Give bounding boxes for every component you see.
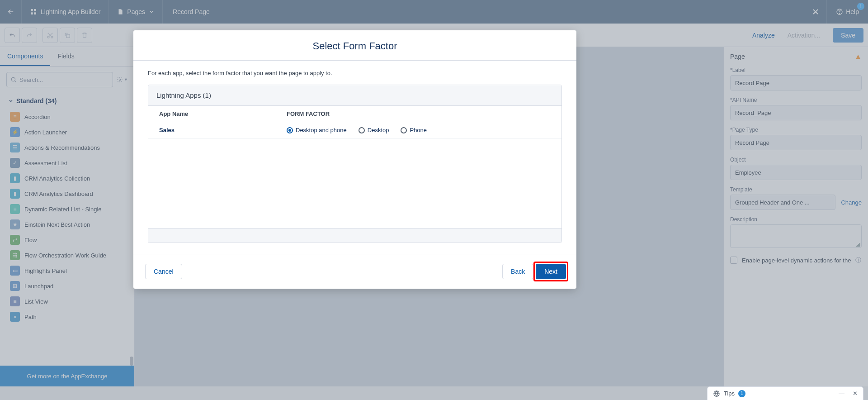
modal-description: For each app, select the form factor tha… bbox=[148, 70, 562, 76]
tips-dock[interactable]: Tips 1 — ✕ bbox=[707, 386, 863, 400]
modal-footer: Cancel Back Next bbox=[133, 254, 576, 289]
back-button[interactable]: Back bbox=[502, 264, 533, 279]
globe-icon bbox=[713, 390, 720, 397]
radio-label: Desktop bbox=[368, 127, 389, 133]
next-button[interactable]: Next bbox=[536, 264, 566, 279]
form-factor-modal: Select Form Factor For each app, select … bbox=[133, 30, 576, 289]
close-tips-icon[interactable]: ✕ bbox=[853, 390, 858, 397]
radio-label: Desktop and phone bbox=[296, 127, 347, 133]
tips-label: Tips bbox=[724, 390, 735, 397]
form-factor-table: Lightning Apps (1) App Name FORM FACTOR … bbox=[148, 85, 562, 243]
minimize-icon[interactable]: — bbox=[839, 390, 844, 397]
group-header: Lightning Apps (1) bbox=[148, 85, 561, 106]
modal-title: Select Form Factor bbox=[133, 30, 576, 60]
col-appname: App Name bbox=[148, 106, 276, 122]
next-highlight: Next bbox=[533, 262, 568, 281]
radio-desktop-and-phone[interactable]: Desktop and phone bbox=[287, 127, 347, 133]
col-formfactor: FORM FACTOR bbox=[276, 106, 340, 122]
radio-desktop[interactable]: Desktop bbox=[359, 127, 389, 133]
cancel-button[interactable]: Cancel bbox=[145, 264, 182, 279]
app-name-cell: Sales bbox=[148, 122, 276, 138]
table-row: Sales Desktop and phone Desktop Phone bbox=[148, 122, 561, 138]
tips-badge: 1 bbox=[738, 390, 745, 397]
column-headers: App Name FORM FACTOR bbox=[148, 106, 561, 122]
radio-phone[interactable]: Phone bbox=[401, 127, 427, 133]
radio-label: Phone bbox=[410, 127, 427, 133]
